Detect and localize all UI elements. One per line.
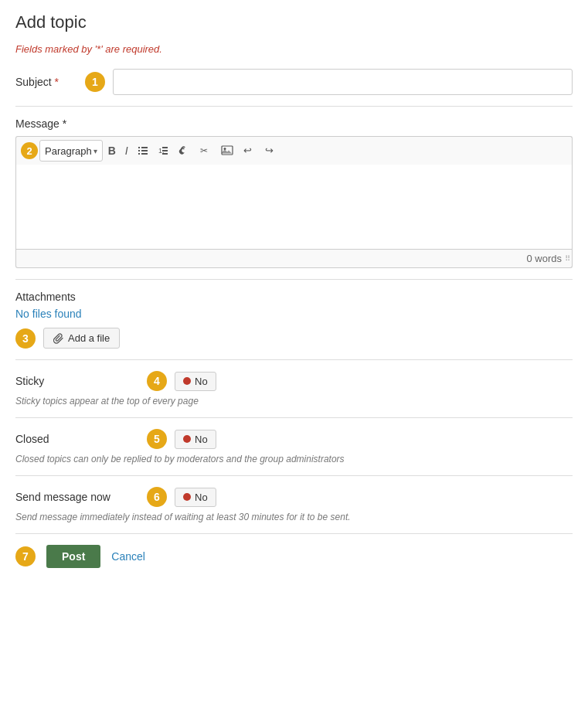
closed-label: Closed	[15, 433, 139, 445]
closed-row: Closed 5 No	[15, 429, 573, 449]
image-icon	[221, 145, 233, 156]
paragraph-dropdown[interactable]: Paragraph ▾	[39, 140, 103, 162]
post-button[interactable]: Post	[46, 545, 100, 568]
resize-handle-icon: ⠿	[565, 254, 570, 263]
sticky-toggle[interactable]: No	[175, 372, 216, 391]
subject-input[interactable]	[113, 69, 573, 95]
add-file-button[interactable]: Add a file	[43, 328, 120, 349]
sticky-badge: 4	[147, 371, 167, 391]
send-message-value: No	[195, 492, 208, 503]
sticky-label: Sticky	[15, 375, 139, 387]
send-message-dot	[183, 493, 191, 501]
sticky-hint: Sticky topics appear at the top of every…	[15, 396, 573, 407]
sticky-section: Sticky 4 No Sticky topics appear at the …	[15, 371, 573, 407]
divider-1	[15, 106, 573, 107]
subject-label: Subject *	[15, 76, 77, 88]
submit-row: 7 Post Cancel	[15, 545, 573, 568]
svg-text:✂: ✂	[200, 145, 208, 156]
divider-2	[15, 279, 573, 280]
paperclip-icon	[53, 333, 64, 344]
send-message-hint: Send message immediately instead of wait…	[15, 512, 573, 522]
add-file-label: Add a file	[68, 332, 110, 344]
image-button[interactable]	[217, 143, 237, 158]
divider-6	[15, 533, 573, 534]
closed-toggle[interactable]: No	[175, 430, 216, 449]
unlink-button[interactable]: ✂	[195, 143, 216, 158]
bullet-list-icon	[138, 145, 148, 156]
redo-button[interactable]: ↪	[260, 143, 280, 158]
svg-rect-1	[141, 147, 148, 148]
no-files-text: No files found	[15, 308, 573, 320]
italic-button[interactable]: I	[121, 142, 132, 159]
redo-icon: ↪	[264, 145, 277, 156]
closed-hint: Closed topics can only be replied to by …	[15, 454, 573, 464]
divider-4	[15, 417, 573, 418]
ordered-list-icon: 1.	[158, 145, 168, 156]
message-label: Message *	[15, 117, 573, 130]
attachments-title: Attachments	[15, 291, 573, 303]
svg-rect-5	[141, 153, 148, 155]
undo-icon: ↩	[243, 145, 255, 156]
message-editor[interactable]	[15, 165, 573, 250]
divider-3	[15, 359, 573, 360]
sticky-value: No	[195, 376, 208, 387]
send-message-label: Send message now	[15, 491, 139, 503]
link-button[interactable]	[174, 143, 194, 158]
divider-5	[15, 475, 573, 476]
svg-rect-4	[138, 153, 140, 155]
svg-rect-0	[138, 147, 140, 148]
undo-button[interactable]: ↩	[239, 143, 259, 158]
closed-badge: 5	[147, 429, 167, 449]
ordered-list-button[interactable]: 1.	[154, 143, 172, 158]
send-message-row: Send message now 6 No	[15, 487, 573, 507]
word-count: 0 words	[526, 253, 562, 264]
svg-rect-2	[138, 150, 140, 151]
attachments-section: Attachments No files found 3 Add a file	[15, 291, 573, 349]
svg-text:↪: ↪	[265, 145, 274, 156]
closed-section: Closed 5 No Closed topics can only be re…	[15, 429, 573, 464]
cancel-link[interactable]: Cancel	[111, 550, 145, 563]
svg-rect-9	[162, 153, 168, 155]
svg-rect-7	[162, 147, 168, 148]
svg-rect-3	[141, 150, 148, 151]
editor-toolbar: 2 Paragraph ▾ B I 1.	[15, 136, 573, 165]
bold-button[interactable]: B	[104, 142, 120, 159]
required-note: Fields marked by '*' are required.	[15, 43, 573, 55]
closed-value: No	[195, 434, 208, 445]
subject-row: Subject * 1	[15, 69, 573, 95]
closed-dot	[183, 435, 191, 443]
chevron-down-icon: ▾	[93, 147, 97, 155]
send-message-toggle[interactable]: No	[175, 488, 216, 507]
svg-rect-8	[162, 150, 168, 151]
add-file-badge: 3	[15, 328, 36, 349]
subject-badge: 1	[85, 72, 105, 92]
message-section: Message * 2 Paragraph ▾ B I 1.	[15, 117, 573, 268]
svg-text:↩: ↩	[243, 145, 252, 156]
subject-required-star: *	[55, 76, 59, 88]
add-file-row: 3 Add a file	[15, 328, 573, 349]
send-message-badge: 6	[147, 487, 167, 507]
page-title: Add topic	[15, 12, 573, 32]
message-required-star: *	[63, 117, 66, 130]
post-badge: 7	[15, 546, 36, 566]
link-icon	[178, 145, 190, 156]
sticky-row: Sticky 4 No	[15, 371, 573, 391]
message-badge: 2	[21, 142, 38, 159]
unlink-icon: ✂	[199, 145, 212, 156]
sticky-dot	[183, 377, 191, 385]
bullet-list-button[interactable]	[134, 143, 152, 158]
send-message-section: Send message now 6 No Send message immed…	[15, 487, 573, 522]
paragraph-dropdown-label: Paragraph	[45, 145, 92, 157]
word-count-row: 0 words ⠿	[15, 250, 573, 268]
